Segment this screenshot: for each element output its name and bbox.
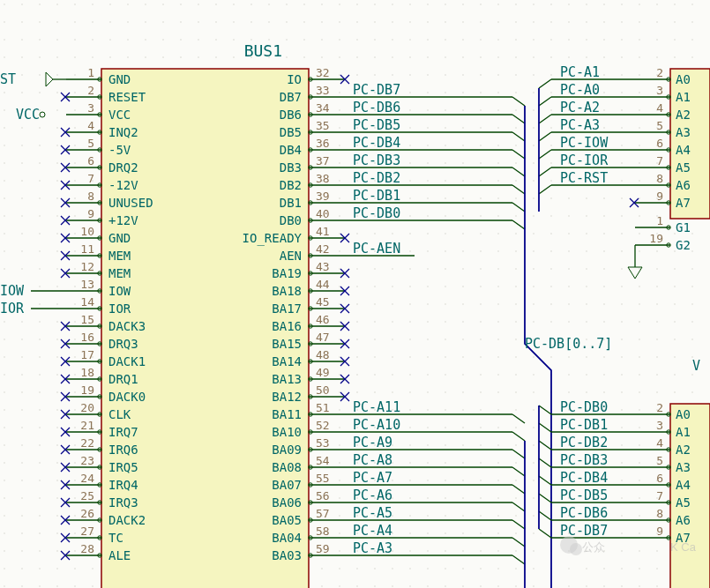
pin-num: 26 bbox=[80, 507, 94, 520]
svg-point-1025 bbox=[445, 444, 445, 445]
svg-point-125 bbox=[92, 56, 93, 57]
svg-point-546 bbox=[462, 233, 463, 234]
svg-point-944 bbox=[427, 409, 428, 410]
svg-point-979 bbox=[339, 427, 340, 428]
svg-point-1070 bbox=[533, 462, 534, 463]
svg-point-639 bbox=[691, 268, 692, 269]
svg-point-117 bbox=[656, 39, 657, 40]
svg-point-585 bbox=[445, 250, 445, 251]
svg-point-862 bbox=[392, 374, 392, 375]
svg-point-1023 bbox=[409, 444, 410, 445]
schematic-canvas[interactable]: BUS1GND1RESET2VCC3INQ24-5V5DRQ26-12V7UNU… bbox=[0, 0, 710, 588]
svg-point-281 bbox=[21, 127, 22, 128]
svg-point-316 bbox=[639, 127, 639, 128]
svg-point-674 bbox=[603, 286, 604, 287]
pin-name: BA18 bbox=[272, 284, 302, 298]
svg-point-1285 bbox=[92, 568, 93, 569]
svg-point-83 bbox=[56, 39, 57, 40]
svg-point-201 bbox=[21, 92, 22, 93]
svg-point-879 bbox=[691, 374, 692, 375]
svg-point-1027 bbox=[480, 444, 481, 445]
svg-point-903 bbox=[409, 391, 410, 392]
pin-num: 32 bbox=[316, 66, 330, 79]
svg-point-200 bbox=[4, 92, 4, 93]
svg-point-561 bbox=[21, 250, 22, 251]
svg-point-84 bbox=[74, 39, 75, 40]
net-label: PC-IOR bbox=[560, 153, 609, 168]
svg-point-950 bbox=[533, 409, 534, 410]
svg-point-271 bbox=[550, 109, 551, 110]
svg-point-550 bbox=[533, 233, 534, 234]
svg-point-276 bbox=[639, 109, 639, 110]
svg-point-672 bbox=[568, 286, 569, 287]
svg-point-1099 bbox=[339, 480, 340, 480]
svg-point-559 bbox=[691, 233, 692, 234]
svg-point-188 bbox=[497, 74, 498, 75]
svg-point-265 bbox=[445, 109, 445, 110]
svg-point-1281 bbox=[21, 568, 22, 569]
svg-point-667 bbox=[480, 286, 481, 287]
svg-point-1343 bbox=[409, 585, 410, 586]
svg-point-121 bbox=[21, 56, 22, 57]
net-label: PC-A3 bbox=[560, 117, 600, 133]
svg-point-75 bbox=[621, 21, 622, 22]
svg-point-505 bbox=[445, 215, 445, 216]
svg-point-43 bbox=[56, 21, 57, 22]
pin-num: 7 bbox=[656, 154, 663, 167]
pin-name: DRQ2 bbox=[108, 160, 138, 175]
svg-point-1084 bbox=[74, 480, 75, 480]
svg-point-622 bbox=[392, 268, 392, 269]
pin-num: 3 bbox=[656, 419, 663, 432]
svg-point-4 bbox=[74, 4, 75, 4]
svg-point-1024 bbox=[427, 444, 428, 445]
svg-point-92 bbox=[215, 39, 216, 40]
svg-point-97 bbox=[303, 39, 304, 40]
svg-point-187 bbox=[480, 74, 481, 75]
svg-point-356 bbox=[639, 145, 639, 145]
svg-point-520 bbox=[4, 233, 4, 234]
svg-point-683 bbox=[56, 303, 57, 304]
svg-point-745 bbox=[445, 321, 445, 322]
svg-point-40 bbox=[4, 21, 4, 22]
pin-num: 24 bbox=[80, 472, 94, 485]
svg-point-1164 bbox=[74, 515, 75, 516]
svg-point-481 bbox=[21, 215, 22, 216]
svg-point-244 bbox=[74, 109, 75, 110]
svg-point-112 bbox=[568, 39, 569, 40]
svg-point-1185 bbox=[445, 515, 445, 516]
svg-point-141 bbox=[374, 56, 375, 57]
svg-point-140 bbox=[356, 56, 357, 57]
svg-point-349 bbox=[515, 145, 516, 145]
svg-point-1160 bbox=[4, 515, 4, 516]
svg-point-589 bbox=[515, 250, 516, 251]
svg-point-755 bbox=[621, 321, 622, 322]
svg-point-1041 bbox=[21, 462, 22, 463]
svg-point-701 bbox=[374, 303, 375, 304]
pin-name: IRQ7 bbox=[108, 425, 138, 439]
svg-point-129 bbox=[162, 56, 163, 57]
svg-point-307 bbox=[480, 127, 481, 128]
svg-point-196 bbox=[639, 74, 639, 75]
svg-point-829 bbox=[515, 356, 516, 357]
svg-point-59 bbox=[339, 21, 340, 22]
svg-point-662 bbox=[392, 286, 392, 287]
pin-num: 5 bbox=[87, 137, 94, 150]
svg-point-10 bbox=[180, 4, 181, 4]
svg-point-320 bbox=[4, 145, 4, 145]
svg-point-946 bbox=[462, 409, 463, 410]
svg-point-100 bbox=[356, 39, 357, 40]
net-label: PC-A4 bbox=[353, 523, 392, 539]
svg-point-1225 bbox=[445, 532, 445, 533]
svg-point-1227 bbox=[480, 532, 481, 533]
svg-point-309 bbox=[515, 127, 516, 128]
svg-point-918 bbox=[674, 391, 675, 392]
net-label: PC-A6 bbox=[353, 488, 392, 503]
svg-point-1243 bbox=[56, 550, 57, 551]
svg-point-396 bbox=[639, 162, 639, 163]
svg-point-1356 bbox=[639, 585, 639, 586]
net-label: PC-A1 bbox=[560, 64, 600, 80]
svg-point-515 bbox=[621, 215, 622, 216]
svg-point-822 bbox=[392, 356, 392, 357]
svg-point-675 bbox=[621, 286, 622, 287]
svg-point-1147 bbox=[480, 497, 481, 498]
